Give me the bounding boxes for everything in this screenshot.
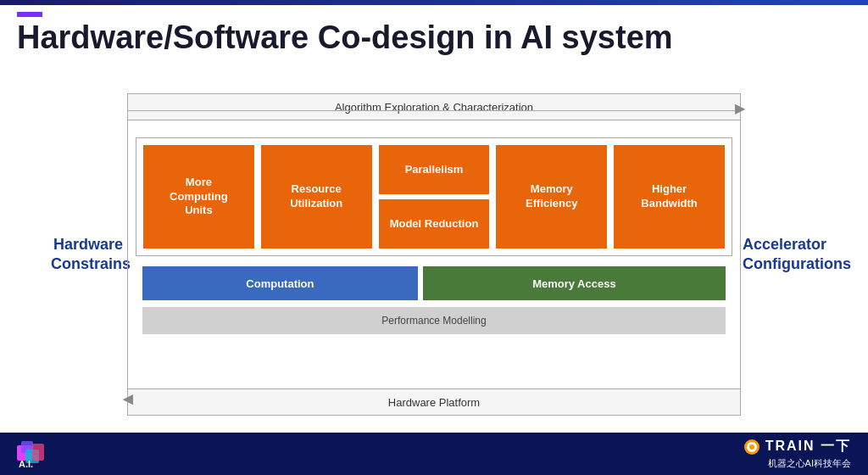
memory-efficiency-label: MemoryEfficiency: [526, 182, 577, 211]
orange-boxes-row: MoreComputingUnits ResourceUtilization P…: [136, 137, 732, 256]
orange-box-computing: MoreComputingUnits: [143, 145, 254, 249]
hw-platform-label: Hardware Platform: [388, 396, 480, 409]
top-accent-bar: [0, 0, 868, 5]
resource-label: ResourceUtilization: [290, 182, 342, 211]
higher-bandwidth-label: HigherBandwidth: [641, 182, 697, 211]
train-label: TRAIN 一下: [765, 438, 851, 455]
perf-bar: Performance Modelling: [136, 307, 732, 334]
computing-label: MoreComputingUnits: [170, 176, 228, 219]
orange-box-model-reduction: Model Reduction: [379, 199, 490, 249]
model-reduction-label: Model Reduction: [390, 217, 479, 232]
arrow-right: ▶: [735, 100, 745, 116]
title-area: Hardware/Software Co-design in AI system: [17, 12, 851, 56]
orange-box-parallelism: Parallelism: [379, 145, 490, 194]
middle-col: Parallelism Model Reduction: [379, 145, 490, 249]
memory-access-label: Memory Access: [532, 277, 616, 290]
svg-text:A.I.: A.I.: [19, 459, 33, 469]
computation-label: Computation: [246, 277, 314, 290]
ai-logo: A.I.: [17, 437, 59, 471]
hw-platform-bar: Hardware Platform: [127, 388, 741, 416]
performance-label: Performance Modelling: [381, 315, 486, 327]
orange-box-memory-efficiency: MemoryEfficiency: [496, 145, 607, 249]
page-title: Hardware/Software Co-design in AI system: [17, 20, 851, 56]
org-label: 机器之心AI科技年会: [768, 457, 851, 470]
bottom-bar: A.I. TRAIN 一下 机器之心AI科技年会: [0, 433, 868, 475]
diagram-container: Algorithm Exploration & Characterization…: [51, 93, 817, 416]
train-logo: TRAIN 一下 机器之心AI科技年会: [743, 438, 851, 470]
memory-access-box: Memory Access: [423, 266, 726, 300]
computation-box: Computation: [142, 266, 418, 300]
orange-box-resource: ResourceUtilization: [261, 145, 372, 249]
side-label-left: HardwareConstrains: [51, 235, 125, 275]
arrow-left: ▶: [123, 393, 133, 409]
orange-box-higher-bandwidth: HigherBandwidth: [614, 145, 725, 249]
perf-inner: Performance Modelling: [142, 307, 726, 334]
logo-area: A.I.: [17, 437, 59, 471]
comp-mem-row: Computation Memory Access: [136, 266, 732, 300]
title-accent: [17, 12, 42, 17]
svg-point-7: [749, 444, 754, 450]
side-label-right: AcceleratorConfigurations: [743, 235, 817, 275]
parallelism-label: Parallelism: [405, 163, 464, 177]
svg-rect-3: [32, 444, 44, 461]
